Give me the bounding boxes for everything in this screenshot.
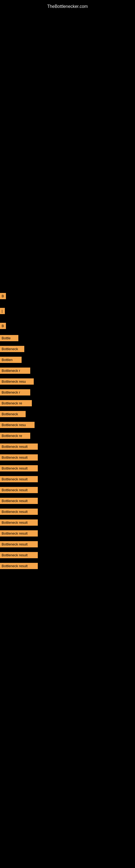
bottleneck-item: Bottleneck r (0, 368, 30, 374)
bottleneck-item: Bottlen (0, 357, 21, 363)
bottleneck-item: Bottleneck r (0, 389, 30, 396)
bottleneck-item: Bottleneck result (0, 487, 38, 493)
bottleneck-item: B (0, 293, 6, 299)
bottleneck-item: Bottleneck (0, 411, 26, 417)
bottleneck-item: Bottleneck result (0, 530, 38, 536)
site-title: TheBottlenecker.com (0, 1, 135, 12)
bottleneck-item: Bottleneck (0, 346, 24, 352)
bottleneck-list: B|BBottleBottleneckBottlenBottleneck rBo… (0, 293, 135, 569)
bottleneck-item: Bottleneck result (0, 443, 38, 450)
bottleneck-item: Bottleneck result (0, 454, 38, 461)
bottleneck-item: Bottleneck result (0, 465, 38, 471)
bottleneck-item: Bottleneck result (0, 552, 38, 558)
bottleneck-item: Bottleneck resu (0, 422, 35, 428)
bottleneck-item: Bottleneck re (0, 433, 30, 439)
bottleneck-item: Bottleneck resu (0, 378, 34, 384)
bottleneck-item: Bottleneck re (0, 400, 32, 406)
bottleneck-item: Bottleneck result (0, 541, 38, 547)
bottleneck-item: | (0, 308, 5, 314)
bottleneck-item: Bottle (0, 335, 18, 341)
bottleneck-item: B (0, 323, 6, 329)
bottleneck-item: Bottleneck result (0, 508, 38, 515)
bottleneck-item: Bottleneck result (0, 563, 38, 569)
bottleneck-item: Bottleneck result (0, 476, 38, 482)
bottleneck-item: Bottleneck result (0, 520, 38, 526)
bottleneck-item: Bottleneck result (0, 498, 38, 504)
